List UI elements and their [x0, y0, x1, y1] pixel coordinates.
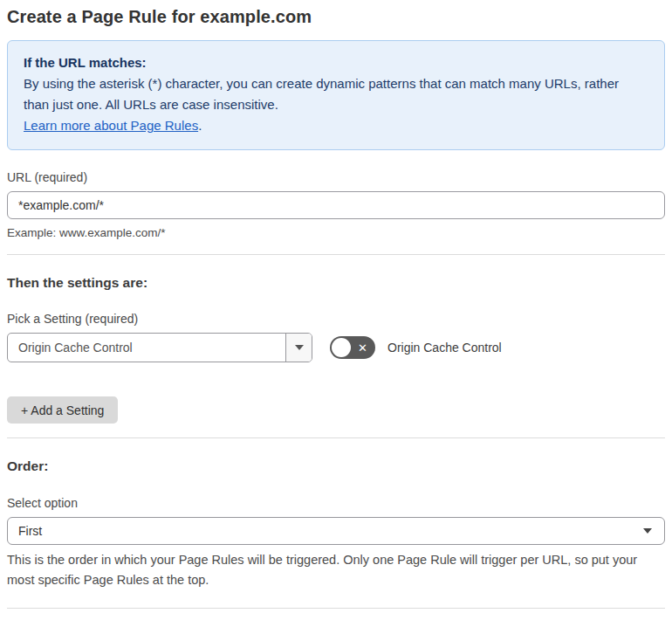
- chevron-down-icon: [295, 345, 304, 350]
- toggle-wrap: ✕ Origin Cache Control: [330, 336, 502, 359]
- divider: [7, 608, 665, 609]
- url-input[interactable]: [7, 191, 665, 219]
- info-box-heading: If the URL matches:: [24, 52, 648, 73]
- origin-cache-control-toggle[interactable]: ✕: [330, 336, 375, 359]
- setting-select-arrow-button[interactable]: [285, 334, 312, 362]
- settings-heading: Then the settings are:: [7, 275, 665, 291]
- learn-more-link[interactable]: Learn more about Page Rules: [24, 118, 198, 133]
- link-period: .: [198, 118, 202, 133]
- toggle-knob: [332, 338, 351, 357]
- toggle-off-x-icon: ✕: [358, 342, 367, 354]
- order-select[interactable]: First: [7, 517, 665, 545]
- select-option-label: Select option: [7, 496, 665, 510]
- divider: [7, 437, 665, 438]
- add-setting-button[interactable]: + Add a Setting: [7, 396, 118, 424]
- divider: [7, 254, 665, 255]
- setting-row: Origin Cache Control ✕ Origin Cache Cont…: [7, 333, 665, 362]
- info-box-link-line: Learn more about Page Rules.: [24, 115, 648, 136]
- chevron-down-icon: [643, 528, 652, 534]
- pick-setting-label: Pick a Setting (required): [7, 312, 665, 326]
- order-select-value: First: [18, 524, 643, 538]
- toggle-label: Origin Cache Control: [387, 341, 502, 355]
- setting-select[interactable]: Origin Cache Control: [7, 333, 312, 362]
- order-heading: Order:: [7, 458, 665, 474]
- url-field-label: URL (required): [7, 170, 665, 184]
- setting-select-value: Origin Cache Control: [8, 334, 285, 362]
- info-box-body: By using the asterisk (*) character, you…: [24, 73, 634, 115]
- order-help-text: This is the order in which your Page Rul…: [7, 550, 653, 590]
- url-match-info-box: If the URL matches: By using the asteris…: [7, 40, 665, 150]
- page-rule-form: Create a Page Rule for example.com If th…: [0, 0, 672, 620]
- page-title: Create a Page Rule for example.com: [7, 7, 665, 27]
- url-example-text: Example: www.example.com/*: [7, 226, 665, 239]
